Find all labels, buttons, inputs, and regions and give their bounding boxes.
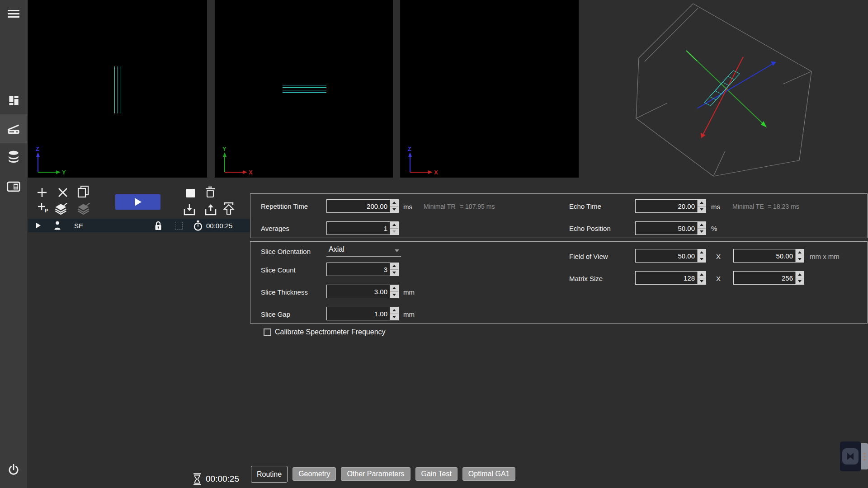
slice-line: [114, 66, 115, 113]
matrix-separator: X: [716, 275, 721, 282]
spin-down-button[interactable]: [390, 269, 398, 276]
spin-up-button[interactable]: [698, 222, 706, 228]
matrix-y-spinner: [795, 272, 804, 284]
averages-label: Averages: [261, 225, 289, 232]
slice-thickness-input[interactable]: [327, 285, 390, 298]
delete-button[interactable]: [204, 186, 216, 198]
spin-down-button[interactable]: [390, 291, 398, 298]
sidebar-item-dashboard[interactable]: [0, 86, 27, 115]
spin-up-button[interactable]: [796, 249, 804, 256]
z-axis-arrow: [771, 61, 776, 66]
spin-down-button[interactable]: [390, 314, 398, 320]
minimal-tr-label: Minimal TR: [424, 203, 456, 210]
fov-x-spinner: [697, 249, 706, 262]
export-layers-disabled-icon: [77, 203, 90, 215]
slice-gap-unit: mm: [403, 310, 415, 318]
fov-separator: X: [716, 253, 721, 260]
sidebar-item-news[interactable]: [0, 172, 27, 201]
upload-icon: [204, 203, 217, 216]
slice-stack-3d: [704, 70, 740, 106]
viewport-sagittal[interactable]: Z X: [400, 0, 579, 178]
copy-icon: [77, 185, 90, 198]
viewport-axial[interactable]: Y X: [215, 0, 393, 178]
matrix-x-input[interactable]: [636, 272, 697, 284]
tab-optimal-ga1[interactable]: Optimal GA1: [462, 467, 516, 481]
spin-up-button[interactable]: [390, 222, 398, 228]
slice-line: [121, 66, 121, 113]
matrix-x-field: [635, 271, 706, 285]
sidebar-item-scanner[interactable]: [0, 114, 27, 143]
slice-orientation-select[interactable]: Axial: [326, 244, 401, 257]
spin-up-button[interactable]: [698, 249, 706, 256]
export-layers-disabled-button[interactable]: [77, 203, 90, 215]
add-sequence-button[interactable]: [37, 187, 47, 198]
sequence-row[interactable]: SE 00:00:25: [28, 219, 250, 232]
slice-gap-field: [326, 307, 399, 320]
fov-x-input[interactable]: [636, 249, 697, 262]
slice-line: [283, 92, 326, 93]
spin-up-button[interactable]: [390, 285, 398, 291]
spin-down-button[interactable]: [698, 278, 706, 285]
capture-widget-handle[interactable]: [861, 443, 868, 469]
slice-count-input[interactable]: [327, 263, 390, 276]
slice-gap-label: Slice Gap: [261, 310, 290, 318]
spin-up-button[interactable]: [698, 200, 706, 206]
fov-y-input[interactable]: [734, 249, 795, 262]
slice-gap-input[interactable]: [327, 307, 390, 320]
echo-position-input[interactable]: [636, 222, 697, 235]
calibrate-frequency-option[interactable]: Calibrate Spectrometer Frequency: [264, 328, 386, 336]
duplicate-sequence-button[interactable]: [77, 185, 90, 198]
spin-up-button[interactable]: [796, 272, 804, 278]
sequence-play-icon[interactable]: [36, 223, 41, 228]
axis-indicator-zx: Z X: [403, 145, 441, 177]
lock-icon[interactable]: [154, 221, 162, 231]
spin-down-button[interactable]: [390, 206, 398, 213]
svg-text:P: P: [45, 208, 48, 213]
spin-down-button[interactable]: [698, 206, 706, 213]
add-protocol-button[interactable]: P: [37, 202, 49, 213]
download-button[interactable]: [183, 203, 196, 216]
spin-down-button[interactable]: [796, 278, 804, 285]
echo-position-label: Echo Position: [569, 225, 611, 232]
spin-up-button[interactable]: [390, 263, 398, 269]
tab-routine[interactable]: Routine: [251, 466, 288, 483]
slice-gap-spinner: [390, 307, 398, 320]
parameter-tabs: Routine Geometry Other Parameters Gain T…: [251, 466, 520, 483]
spin-down-button[interactable]: [796, 256, 804, 263]
stop-scan-button[interactable]: [186, 189, 195, 197]
menu-button[interactable]: [0, 2, 27, 25]
viewport-coronal[interactable]: Z Y: [28, 0, 207, 178]
timer-icon: [193, 221, 203, 231]
capture-widget[interactable]: [840, 441, 861, 471]
run-scan-button[interactable]: [115, 194, 160, 210]
upload-all-button[interactable]: [221, 202, 236, 216]
echo-time-input[interactable]: [636, 200, 697, 212]
spin-down-button[interactable]: [698, 256, 706, 263]
averages-input[interactable]: [327, 222, 390, 235]
spin-up-button[interactable]: [698, 272, 706, 278]
tab-other-parameters[interactable]: Other Parameters: [341, 467, 410, 481]
remove-sequence-button[interactable]: [57, 187, 68, 198]
matrix-y-input[interactable]: [734, 272, 795, 284]
spin-up-button[interactable]: [390, 200, 398, 206]
spin-down-button[interactable]: [390, 228, 398, 235]
repetition-time-input[interactable]: [327, 200, 390, 212]
calibrate-frequency-checkbox[interactable]: [264, 328, 271, 336]
hamburger-icon: [8, 8, 19, 19]
tab-geometry[interactable]: Geometry: [292, 467, 336, 481]
export-layers-button[interactable]: [54, 203, 68, 215]
scene-3d-view[interactable]: [579, 0, 868, 194]
field-of-view-label: Field of View: [569, 253, 608, 260]
power-button[interactable]: [0, 455, 27, 484]
spin-down-button[interactable]: [698, 228, 706, 235]
sidebar-item-database[interactable]: [0, 143, 27, 172]
tab-gain-test[interactable]: Gain Test: [415, 467, 458, 481]
slice-thickness-unit: mm: [403, 288, 415, 296]
upload-button[interactable]: [204, 203, 217, 216]
selection-box-icon[interactable]: [175, 222, 183, 230]
minimal-te-label: Minimal TE: [732, 203, 764, 210]
echo-time-label: Echo Time: [569, 202, 601, 210]
repetition-time-unit: ms: [403, 203, 412, 211]
add-protocol-icon: P: [37, 202, 49, 213]
spin-up-button[interactable]: [390, 307, 398, 314]
